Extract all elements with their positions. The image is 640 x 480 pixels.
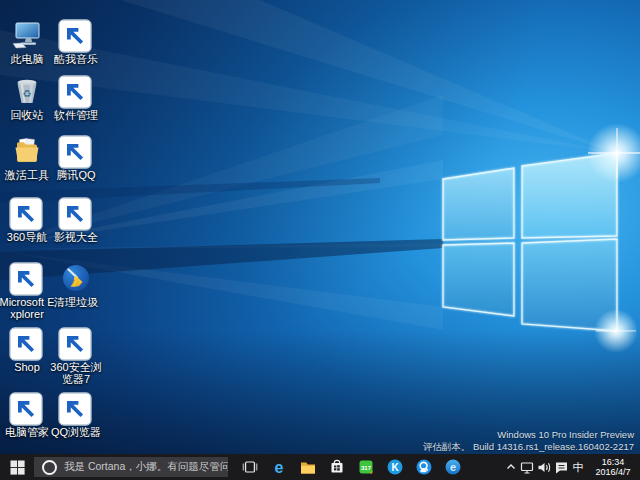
360-browser-icon: e bbox=[444, 458, 462, 476]
watermark-line1: Windows 10 Pro Insider Preview bbox=[423, 429, 634, 441]
tray-ime-indicator[interactable]: 中 bbox=[570, 460, 586, 475]
desktop-icon-shop[interactable]: Shop bbox=[3, 326, 51, 373]
desktop-icon-360-nav[interactable]: e 360导航 bbox=[3, 196, 51, 243]
cortana-search-box[interactable]: 我是 Cortana，小娜。有问题尽管问我。 bbox=[34, 457, 228, 477]
desktop-icon-microsoft-explorer[interactable]: e Microsoft Explorer bbox=[3, 261, 51, 320]
icon-label: 影视大全 bbox=[47, 231, 105, 243]
svg-text:K: K bbox=[391, 462, 399, 473]
taskbar-store-button[interactable] bbox=[322, 454, 351, 480]
recycle-bin-icon: ♻ bbox=[10, 74, 44, 108]
taskbar-360-browser-button[interactable]: e bbox=[438, 454, 467, 480]
filmstrip-play-icon bbox=[59, 196, 93, 230]
shortcut-arrow-icon bbox=[58, 392, 92, 426]
taskbar-kuwo-music-button[interactable]: K bbox=[380, 454, 409, 480]
kuwo-music-icon: ♪♪ K bbox=[59, 18, 93, 52]
windows-desktop: 此电脑 ♪♪ K 酷我音乐 ♻ 回收站 bbox=[0, 0, 640, 480]
svg-text:e: e bbox=[449, 461, 455, 473]
speaker-icon bbox=[537, 460, 552, 475]
shortcut-arrow-icon bbox=[58, 197, 92, 231]
kuwo-k-icon: K bbox=[386, 458, 404, 476]
icon-label: 清理垃圾 bbox=[47, 296, 105, 308]
icon-label: 酷我音乐 bbox=[47, 53, 105, 65]
svg-text:317: 317 bbox=[360, 465, 371, 471]
icon-label: 360安全浏览器7 bbox=[47, 361, 105, 385]
desktop-icon-qq-browser[interactable]: QQ浏览器 bbox=[52, 391, 100, 438]
task-view-button[interactable] bbox=[235, 454, 264, 480]
qq-penguin-icon bbox=[59, 134, 93, 168]
this-pc-icon bbox=[10, 18, 44, 52]
green-317-app-icon: 317 bbox=[357, 458, 375, 476]
360-nav-icon: e bbox=[10, 196, 44, 230]
icon-label: 腾讯QQ bbox=[47, 169, 105, 181]
shortcut-arrow-icon bbox=[9, 197, 43, 231]
taskbar: 我是 Cortana，小娜。有问题尽管问我。 e bbox=[0, 454, 640, 480]
insider-watermark: Windows 10 Pro Insider Preview 评估副本。 Bui… bbox=[423, 429, 634, 453]
shortcut-arrow-icon bbox=[58, 135, 92, 169]
edge-icon: e bbox=[10, 261, 44, 295]
shortcut-arrow-icon bbox=[9, 392, 43, 426]
store-icon bbox=[328, 458, 346, 476]
shield-check-icon bbox=[10, 391, 44, 425]
shortcut-arrow-icon bbox=[58, 327, 92, 361]
taskbar-file-explorer-button[interactable] bbox=[293, 454, 322, 480]
tray-volume-button[interactable] bbox=[536, 454, 553, 480]
cortana-icon bbox=[42, 460, 57, 475]
start-button[interactable] bbox=[0, 454, 34, 480]
tray-date: 2016/4/7 bbox=[589, 467, 637, 478]
windows-logo-icon bbox=[10, 460, 25, 475]
folder-icon bbox=[10, 134, 44, 168]
tray-time: 16:34 bbox=[589, 457, 637, 468]
desktop-icon-recycle-bin[interactable]: ♻ 回收站 bbox=[3, 74, 51, 121]
icon-label: QQ浏览器 bbox=[47, 426, 105, 438]
desktop-icon-pc-manager[interactable]: 电脑管家 bbox=[3, 391, 51, 438]
desktop-icon-clean-junk[interactable]: 清理垃圾 bbox=[52, 261, 100, 308]
edge-icon: e bbox=[270, 458, 288, 476]
desktop-icon-360-browser-7[interactable]: e 360安全浏览器7 bbox=[52, 326, 100, 385]
svg-text:♻: ♻ bbox=[23, 88, 32, 99]
taskbar-app-icons: e 317 bbox=[235, 454, 467, 480]
desktop-icon-software-manager[interactable]: 软件管理 bbox=[52, 74, 100, 121]
desktop-icon-kuwo-music[interactable]: ♪♪ K 酷我音乐 bbox=[52, 18, 100, 65]
software-manager-icon bbox=[59, 74, 93, 108]
shortcut-arrow-icon bbox=[9, 327, 43, 361]
tray-action-center-button[interactable] bbox=[553, 454, 570, 480]
system-tray: 中 16:34 2016/4/7 bbox=[502, 454, 640, 480]
broom-icon bbox=[59, 261, 93, 295]
desktop-icon-video-daquan[interactable]: 影视大全 bbox=[52, 196, 100, 243]
shortcut-arrow-icon bbox=[58, 19, 92, 53]
tray-clock[interactable]: 16:34 2016/4/7 bbox=[589, 457, 637, 478]
taskbar-edge-button[interactable]: e bbox=[264, 454, 293, 480]
chevron-up-icon bbox=[504, 460, 518, 474]
tray-network-button[interactable] bbox=[519, 454, 536, 480]
icon-label: 软件管理 bbox=[47, 109, 105, 121]
desktop-icon-activation-tools[interactable]: 激活工具 bbox=[3, 134, 51, 181]
gift-bag-icon bbox=[10, 326, 44, 360]
desktop-icon-tencent-qq[interactable]: 腾讯QQ bbox=[52, 134, 100, 181]
taskbar-qq-browser-button[interactable] bbox=[409, 454, 438, 480]
action-center-icon bbox=[554, 460, 569, 475]
360-browser-icon: e bbox=[59, 326, 93, 360]
desktop-icon-this-pc[interactable]: 此电脑 bbox=[3, 18, 51, 65]
network-icon bbox=[520, 460, 535, 475]
tray-chevron-button[interactable] bbox=[502, 454, 519, 480]
watermark-line2: 评估副本。 Build 14316.rs1_release.160402-221… bbox=[423, 441, 634, 453]
qq-browser-icon bbox=[415, 458, 433, 476]
qq-browser-icon bbox=[59, 391, 93, 425]
task-view-icon bbox=[241, 458, 259, 476]
shortcut-arrow-icon bbox=[58, 75, 92, 109]
file-explorer-icon bbox=[299, 458, 317, 476]
shortcut-arrow-icon bbox=[9, 262, 43, 296]
svg-text:e: e bbox=[274, 459, 283, 476]
taskbar-green-317-app-button[interactable]: 317 bbox=[351, 454, 380, 480]
search-placeholder-text: 我是 Cortana，小娜。有问题尽管问我。 bbox=[64, 460, 228, 474]
